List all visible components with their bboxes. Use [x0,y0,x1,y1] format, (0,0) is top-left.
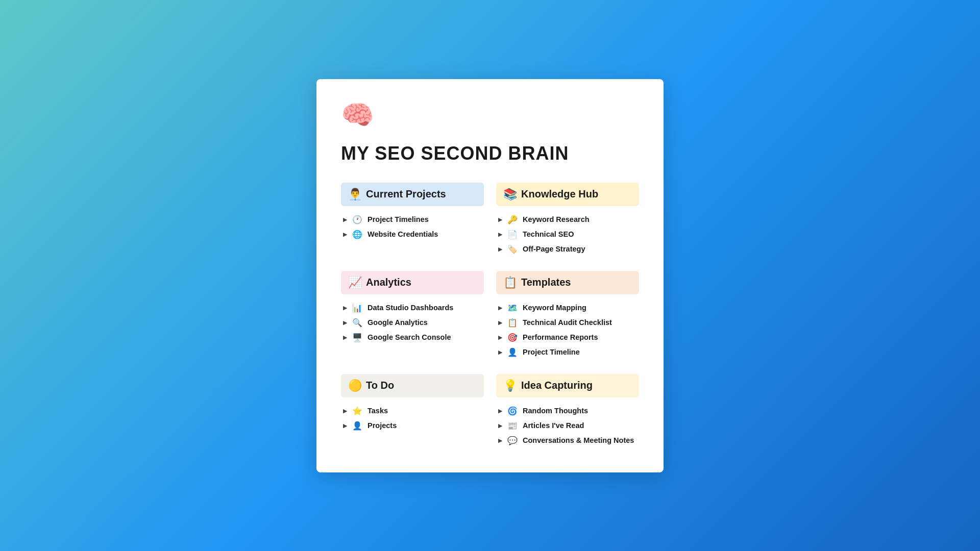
list-item[interactable]: ▶ 📋 Technical Audit Checklist [498,315,639,330]
list-item[interactable]: ▶ ⭐ Tasks [343,404,484,418]
item-label: Project Timeline [523,348,580,356]
list-item[interactable]: ▶ 🔑 Keyword Research [498,212,639,227]
arrow-icon: ▶ [498,422,502,429]
arrow-icon: ▶ [498,305,502,311]
item-label: Google Analytics [368,318,428,327]
item-icon: 🏷️ [507,244,518,254]
item-icon: 🔑 [507,215,518,224]
item-label: Off-Page Strategy [523,245,585,253]
list-item[interactable]: ▶ 🏷️ Off-Page Strategy [498,242,639,257]
list-item[interactable]: ▶ 👤 Project Timeline [498,345,639,360]
section-items-idea-capturing: ▶ 🌀 Random Thoughts ▶ 📰 Articles I've Re… [496,404,639,448]
section-header-idea-capturing[interactable]: 💡 Idea Capturing [496,374,639,397]
list-item[interactable]: ▶ 🎯 Performance Reports [498,330,639,345]
arrow-icon: ▶ [343,334,347,341]
section-label-templates: Templates [521,277,571,288]
arrow-icon: ▶ [498,319,502,326]
arrow-icon: ▶ [343,422,347,429]
arrow-icon: ▶ [498,246,502,253]
section-items-current-projects: ▶ 🕐 Project Timelines ▶ 🌐 Website Creden… [341,212,484,242]
arrow-icon: ▶ [498,231,502,238]
item-icon: 📋 [507,318,518,328]
list-item[interactable]: ▶ 👤 Projects [343,418,484,433]
item-icon: 🔍 [352,318,362,328]
item-icon: 🌀 [507,406,518,416]
section-icon-idea-capturing: 💡 [503,379,517,392]
item-label: Keyword Mapping [523,304,586,312]
section-icon-templates: 📋 [503,276,517,289]
section-todo: 🟡 To Do ▶ ⭐ Tasks ▶ 👤 Projects [341,374,484,448]
section-header-analytics[interactable]: 📈 Analytics [341,271,484,294]
arrow-icon: ▶ [343,319,347,326]
item-icon: 💬 [507,436,518,445]
section-idea-capturing: 💡 Idea Capturing ▶ 🌀 Random Thoughts ▶ 📰… [496,374,639,448]
arrow-icon: ▶ [343,216,347,223]
section-label-analytics: Analytics [366,277,411,288]
section-icon-knowledge-hub: 📚 [503,188,517,201]
item-label: Projects [368,421,397,430]
item-icon: 📄 [507,230,518,239]
item-label: Technical Audit Checklist [523,318,612,327]
section-header-templates[interactable]: 📋 Templates [496,271,639,294]
section-header-todo[interactable]: 🟡 To Do [341,374,484,397]
section-analytics: 📈 Analytics ▶ 📊 Data Studio Dashboards ▶… [341,271,484,360]
arrow-icon: ▶ [498,334,502,341]
section-current-projects: 👨‍💼 Current Projects ▶ 🕐 Project Timelin… [341,183,484,257]
arrow-icon: ▶ [498,437,502,444]
item-label: Keyword Research [523,215,590,223]
section-items-analytics: ▶ 📊 Data Studio Dashboards ▶ 🔍 Google An… [341,300,484,345]
item-icon: 🌐 [352,230,362,239]
item-label: Random Thoughts [523,407,588,415]
section-knowledge-hub: 📚 Knowledge Hub ▶ 🔑 Keyword Research ▶ 📄… [496,183,639,257]
section-icon-todo: 🟡 [348,379,362,392]
section-templates: 📋 Templates ▶ 🗺️ Keyword Mapping ▶ 📋 Tec… [496,271,639,360]
list-item[interactable]: ▶ 🕐 Project Timelines [343,212,484,227]
item-label: Performance Reports [523,333,598,341]
section-label-idea-capturing: Idea Capturing [521,380,593,391]
section-items-templates: ▶ 🗺️ Keyword Mapping ▶ 📋 Technical Audit… [496,300,639,360]
arrow-icon: ▶ [498,216,502,223]
list-item[interactable]: ▶ 📄 Technical SEO [498,227,639,242]
section-label-todo: To Do [366,380,394,391]
item-icon: 🖥️ [352,333,362,342]
item-icon: 👤 [507,347,518,357]
sections-grid: 👨‍💼 Current Projects ▶ 🕐 Project Timelin… [341,183,639,448]
list-item[interactable]: ▶ 🖥️ Google Search Console [343,330,484,345]
item-icon: 👤 [352,421,362,431]
section-items-todo: ▶ ⭐ Tasks ▶ 👤 Projects [341,404,484,433]
item-icon: 🎯 [507,333,518,342]
section-icon-current-projects: 👨‍💼 [348,188,362,201]
item-label: Tasks [368,407,388,415]
section-header-current-projects[interactable]: 👨‍💼 Current Projects [341,183,484,206]
list-item[interactable]: ▶ 🌐 Website Credentials [343,227,484,242]
list-item[interactable]: ▶ 🔍 Google Analytics [343,315,484,330]
list-item[interactable]: ▶ 🌀 Random Thoughts [498,404,639,418]
section-icon-analytics: 📈 [348,276,362,289]
section-label-knowledge-hub: Knowledge Hub [521,188,598,200]
item-icon: 🗺️ [507,303,518,313]
item-icon: ⭐ [352,406,362,416]
item-icon: 📰 [507,421,518,431]
item-label: Project Timelines [368,215,429,223]
list-item[interactable]: ▶ 💬 Conversations & Meeting Notes [498,433,639,448]
list-item[interactable]: ▶ 📊 Data Studio Dashboards [343,300,484,315]
item-icon: 📊 [352,303,362,313]
page-card: 🧠 MY SEO SECOND BRAIN 👨‍💼 Current Projec… [316,79,664,472]
section-label-current-projects: Current Projects [366,188,446,200]
arrow-icon: ▶ [498,408,502,414]
page-title: MY SEO SECOND BRAIN [341,143,639,164]
item-label: Data Studio Dashboards [368,304,453,312]
arrow-icon: ▶ [343,231,347,238]
item-icon: 🕐 [352,215,362,224]
item-label: Website Credentials [368,230,438,238]
section-header-knowledge-hub[interactable]: 📚 Knowledge Hub [496,183,639,206]
brain-icon: 🧠 [341,99,639,131]
arrow-icon: ▶ [343,305,347,311]
list-item[interactable]: ▶ 🗺️ Keyword Mapping [498,300,639,315]
list-item[interactable]: ▶ 📰 Articles I've Read [498,418,639,433]
item-label: Technical SEO [523,230,574,238]
item-label: Google Search Console [368,333,451,341]
arrow-icon: ▶ [498,349,502,356]
arrow-icon: ▶ [343,408,347,414]
item-label: Articles I've Read [523,421,584,430]
